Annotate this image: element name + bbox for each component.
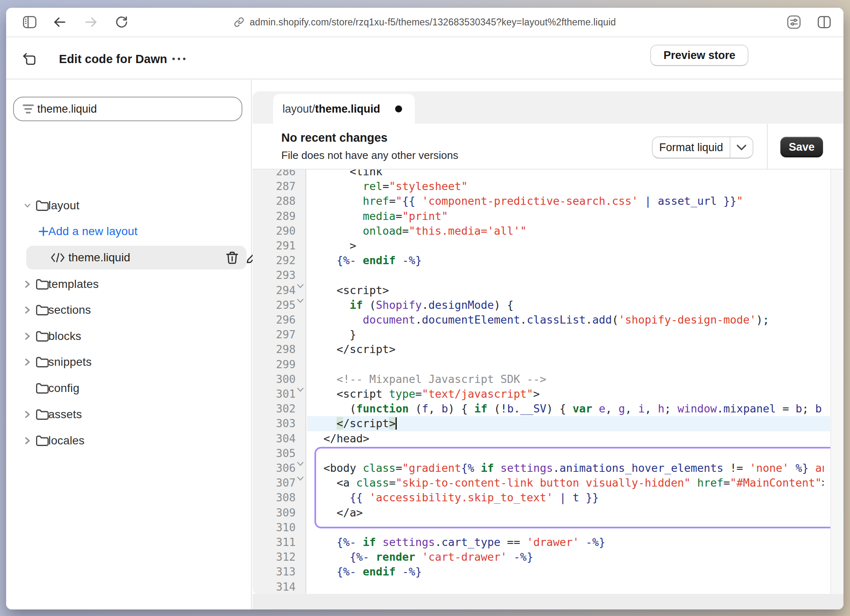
item-label: Add a new layout — [48, 225, 138, 238]
link-icon — [234, 17, 244, 27]
horizontal-scrollbar[interactable] — [253, 594, 843, 609]
file-label: theme.liquid — [68, 251, 130, 264]
line-number: 294 — [253, 283, 296, 298]
line-number: 295 — [253, 298, 296, 313]
chevron-down-icon[interactable] — [730, 144, 753, 151]
folder-icon — [36, 408, 49, 421]
line-number: 291 — [253, 238, 296, 253]
item-label: blocks — [48, 330, 81, 343]
item-label: locales — [48, 434, 85, 447]
line-number: 311 — [253, 535, 296, 550]
line-number: 292 — [253, 253, 296, 268]
sidebar-item-sections[interactable]: sections — [6, 298, 251, 322]
sidebar-item-add-a-new-layout[interactable]: Add a new layout — [6, 220, 251, 243]
browser-chrome: admin.shopify.com/store/rzq1xu-f5/themes… — [6, 8, 843, 37]
item-label: layout — [48, 199, 79, 212]
page-title: Edit code for Dawn — [59, 52, 167, 66]
line-number: 293 — [253, 268, 296, 283]
folder-icon — [36, 435, 49, 447]
line-number: 304 — [253, 431, 296, 446]
app-header: Edit code for Dawn Preview store — [6, 38, 843, 79]
sidebar-item-theme.liquid[interactable]: theme.liquid — [26, 246, 246, 270]
vertical-scrollbar[interactable] — [830, 170, 843, 594]
chevron-down-icon[interactable] — [24, 201, 31, 210]
browser-window: admin.shopify.com/store/rzq1xu-f5/themes… — [6, 8, 843, 609]
chevron-right-icon[interactable] — [24, 410, 31, 419]
fold-icon[interactable] — [297, 284, 305, 289]
folder-icon — [36, 330, 49, 342]
line-number: 314 — [253, 580, 296, 594]
file-sidebar: theme.liquid layoutAdd a new layouttheme… — [6, 80, 252, 609]
save-button[interactable]: Save — [780, 137, 823, 157]
folder-icon — [36, 382, 49, 394]
fold-icon[interactable] — [297, 476, 305, 481]
line-number: 287 — [253, 179, 296, 194]
file-status-header: No recent changes File does not have any… — [253, 124, 843, 170]
code-file-icon — [50, 251, 65, 264]
item-label: config — [48, 382, 79, 395]
exit-icon[interactable] — [22, 52, 36, 66]
filter-icon — [23, 104, 34, 114]
sidebar-item-config[interactable]: config — [6, 376, 251, 400]
sidebar-toggle-icon[interactable] — [23, 16, 36, 28]
chevron-right-icon[interactable] — [24, 306, 31, 315]
line-number: 308 — [253, 490, 296, 505]
url-text[interactable]: admin.shopify.com/store/rzq1xu-f5/themes… — [250, 17, 616, 28]
search-value: theme.liquid — [37, 103, 97, 116]
sidebar-item-layout[interactable]: layout — [6, 194, 251, 217]
fold-icon[interactable] — [297, 387, 305, 392]
line-number: 288 — [253, 194, 296, 208]
fold-icon[interactable] — [297, 462, 305, 467]
line-number: 313 — [253, 564, 296, 579]
line-number: 303 — [253, 416, 296, 431]
line-number: 297 — [253, 327, 296, 342]
format-liquid-button[interactable]: Format liquid — [652, 136, 753, 159]
chevron-right-icon[interactable] — [24, 436, 31, 445]
line-number: 309 — [253, 505, 296, 520]
preview-store-button[interactable]: Preview store — [650, 45, 748, 66]
file-search-input[interactable]: theme.liquid — [13, 97, 242, 121]
tab-theme-liquid[interactable]: layout/theme.liquid — [273, 94, 415, 124]
fold-icon[interactable] — [297, 299, 305, 303]
folder-icon — [36, 304, 49, 316]
line-number: 305 — [253, 446, 296, 461]
item-label: assets — [48, 408, 82, 421]
line-number: 286 — [253, 170, 296, 179]
sidebar-item-assets[interactable]: assets — [6, 403, 251, 426]
line-number: 289 — [253, 209, 296, 224]
back-icon[interactable] — [54, 17, 66, 27]
unsaved-dot — [395, 105, 402, 112]
status-title: No recent changes — [281, 131, 387, 145]
sidebar-item-snippets[interactable]: snippets — [6, 350, 251, 374]
code-editor-panel: layout/theme.liquid No recent changes Fi… — [253, 80, 843, 609]
reload-icon[interactable] — [115, 16, 128, 28]
line-number: 296 — [253, 313, 296, 327]
sidebar-item-templates[interactable]: templates — [6, 272, 251, 296]
folder-icon — [36, 278, 49, 290]
editor-tab-bar: layout/theme.liquid — [253, 91, 843, 124]
chevron-right-icon[interactable] — [24, 358, 31, 367]
line-number: 302 — [253, 401, 296, 416]
line-number: 298 — [253, 342, 296, 357]
chevron-right-icon[interactable] — [24, 332, 31, 341]
plus-icon — [38, 226, 48, 236]
trash-icon[interactable] — [226, 251, 238, 265]
folder-icon — [36, 356, 49, 368]
line-number: 301 — [253, 387, 296, 401]
tune-icon[interactable] — [787, 15, 801, 29]
chevron-right-icon[interactable] — [24, 280, 31, 289]
item-label: sections — [48, 303, 91, 317]
more-menu-icon[interactable] — [172, 57, 185, 60]
sidebar-item-locales[interactable]: locales — [6, 429, 251, 453]
line-number: 312 — [253, 550, 296, 564]
line-number: 300 — [253, 372, 296, 387]
item-label: templates — [48, 278, 99, 291]
folder-icon — [36, 199, 49, 212]
forward-icon[interactable] — [85, 17, 97, 27]
split-view-icon[interactable] — [818, 16, 831, 28]
sidebar-item-blocks[interactable]: blocks — [6, 324, 251, 348]
line-number: 310 — [253, 520, 296, 535]
status-subtitle: File does not have any other versions — [281, 149, 458, 162]
code-viewport[interactable]: 286 <link287 rel="stylesheet"288 href="{… — [253, 170, 843, 609]
line-number: 290 — [253, 224, 296, 238]
